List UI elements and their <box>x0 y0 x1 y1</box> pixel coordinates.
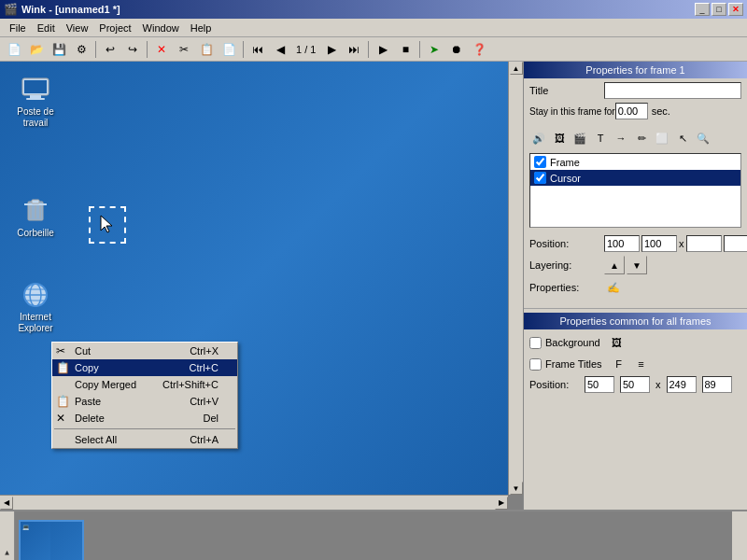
paste-button[interactable]: 📄 <box>218 39 239 60</box>
menu-view[interactable]: View <box>61 21 94 35</box>
menu-window[interactable]: Window <box>137 21 185 35</box>
maximize-button[interactable]: □ <box>712 3 726 16</box>
background-checkbox[interactable] <box>529 337 542 349</box>
position-sep: x <box>679 238 684 249</box>
position-x-input[interactable] <box>604 235 640 252</box>
position-y-input[interactable] <box>641 235 677 252</box>
ctx-item-cut[interactable]: ✂CutCtrl+X <box>52 343 237 359</box>
ctx-item-select-all[interactable]: Select AllCtrl+A <box>52 431 237 448</box>
separator-3 <box>243 41 244 58</box>
delete-button[interactable]: ✕ <box>151 39 172 60</box>
frame-thumb-1[interactable]: 💻 1 <box>19 520 84 560</box>
ctx-shortcut: Ctrl+X <box>190 345 218 357</box>
canvas-scrollbar-horizontal[interactable]: ◀ ▶ <box>0 495 508 510</box>
ctx-item-copy[interactable]: 📋CopyCtrl+C <box>52 359 237 376</box>
ctx-label: Cut <box>75 345 91 357</box>
scroll-down-button[interactable]: ▼ <box>510 482 523 495</box>
common-pos-sep: x <box>655 379 661 390</box>
frame-list: Frame Cursor <box>529 153 741 228</box>
next-frame-button[interactable]: ▶ <box>321 39 342 60</box>
svg-rect-6 <box>32 200 39 203</box>
ctx-item-delete[interactable]: ✕DeleteDel <box>52 410 237 427</box>
timeline-left: ▼ <box>0 511 15 560</box>
ctx-icon: ✂ <box>56 344 65 357</box>
position-h-input[interactable] <box>724 235 748 252</box>
close-button[interactable]: ✕ <box>728 3 743 16</box>
desktop-icon-trash[interactable]: Corbeille <box>7 192 63 243</box>
record-button[interactable]: ⏺ <box>446 39 467 60</box>
frame-item-cursor-label: Cursor <box>550 173 581 184</box>
export-button[interactable]: ➤ <box>424 39 444 60</box>
settings-button[interactable]: ⚙ <box>71 39 92 60</box>
redo-button[interactable]: ↪ <box>122 39 143 60</box>
help-button[interactable]: ❓ <box>469 39 489 60</box>
ctx-label: Delete <box>75 413 105 424</box>
layer-down-button[interactable]: ▼ <box>627 256 647 274</box>
first-frame-button[interactable]: ⏮ <box>247 39 268 60</box>
properties-edit-btn[interactable]: ✍ <box>604 278 623 297</box>
ctx-shortcut: Ctrl+A <box>190 434 218 445</box>
common-pos-w[interactable] <box>667 376 697 393</box>
speaker-icon-btn[interactable]: 🔊 <box>529 129 548 147</box>
cursor-checkbox[interactable] <box>534 172 546 184</box>
layering-label: Layering: <box>529 259 604 271</box>
background-image-btn[interactable]: 🖼 <box>608 333 627 352</box>
zoom-icon-btn[interactable]: 🔍 <box>694 129 712 147</box>
ctx-label: Copy Merged <box>75 379 136 390</box>
save-button[interactable]: 💾 <box>49 39 69 60</box>
menu-edit[interactable]: Edit <box>32 21 61 35</box>
highlight-icon-btn[interactable]: ✏ <box>632 129 651 147</box>
menu-project[interactable]: Project <box>93 21 136 35</box>
scroll-left-button[interactable]: ◀ <box>0 497 13 510</box>
common-pos-x[interactable] <box>585 376 614 393</box>
image-icon-btn[interactable]: 🖼 <box>550 129 569 147</box>
frame-item-frame[interactable]: Frame <box>530 154 740 170</box>
cursor-icon-btn[interactable]: ↖ <box>673 129 692 147</box>
layer-up-button[interactable]: ▲ <box>604 256 625 274</box>
scroll-right-button[interactable]: ▶ <box>495 497 508 510</box>
open-button[interactable]: 📂 <box>26 39 47 60</box>
frame-item-cursor[interactable]: Cursor <box>530 170 740 186</box>
frame-titles-style-btn[interactable]: ≡ <box>632 355 651 373</box>
prev-frame-button[interactable]: ◀ <box>270 39 290 60</box>
cut-button[interactable]: ✂ <box>174 39 194 60</box>
menu-file[interactable]: File <box>4 21 32 35</box>
common-pos-y[interactable] <box>620 376 650 393</box>
frame-checkbox[interactable] <box>534 156 546 168</box>
position-w-input[interactable] <box>686 235 722 252</box>
scroll-up-button[interactable]: ▲ <box>510 62 523 75</box>
menu-help[interactable]: Help <box>185 21 218 35</box>
canvas-area[interactable]: Poste de travail Corbeille <box>0 62 523 510</box>
frame-titles-checkbox[interactable] <box>529 358 542 371</box>
trash-icon <box>21 196 50 226</box>
video-icon-btn[interactable]: 🎬 <box>571 129 589 147</box>
new-button[interactable]: 📄 <box>4 39 24 60</box>
undo-button[interactable]: ↩ <box>100 39 120 60</box>
title-label: Title <box>529 85 604 96</box>
stay-input[interactable] <box>615 103 648 119</box>
last-frame-button[interactable]: ⏭ <box>344 39 364 60</box>
trash-icon-label: Corbeille <box>17 228 53 239</box>
canvas-scrollbar-vertical[interactable]: ▲ ▼ <box>508 62 523 495</box>
common-pos-h[interactable] <box>702 376 732 393</box>
svg-rect-3 <box>26 98 45 100</box>
button-icon-btn[interactable]: ⬜ <box>653 129 671 147</box>
properties-header: Properties for frame 1 <box>524 62 747 78</box>
timeline-scroll[interactable]: 💻 1 <box>15 511 732 560</box>
play-button[interactable]: ▶ <box>373 39 393 60</box>
separator-1 <box>95 41 96 58</box>
minimize-button[interactable]: _ <box>695 3 710 16</box>
context-menu: ✂CutCtrl+X📋CopyCtrl+CCopy MergedCtrl+Shi… <box>51 342 238 449</box>
copy-button[interactable]: 📋 <box>196 39 217 60</box>
cursor-icon-preview <box>89 206 126 244</box>
frame-titles-font-btn[interactable]: F <box>610 355 628 373</box>
ctx-icon: 📋 <box>56 361 70 374</box>
text-icon-btn[interactable]: T <box>591 129 610 147</box>
ctx-item-paste[interactable]: 📋PasteCtrl+V <box>52 393 237 410</box>
arrow-icon-btn[interactable]: → <box>612 129 630 147</box>
desktop-icon-ie[interactable]: Internet Explorer <box>7 276 63 338</box>
ctx-item-copy-merged[interactable]: Copy MergedCtrl+Shift+C <box>52 376 237 393</box>
desktop-icon-pc[interactable]: Poste de travail <box>7 71 63 133</box>
stop-button[interactable]: ■ <box>395 39 416 60</box>
title-input[interactable] <box>604 82 741 99</box>
